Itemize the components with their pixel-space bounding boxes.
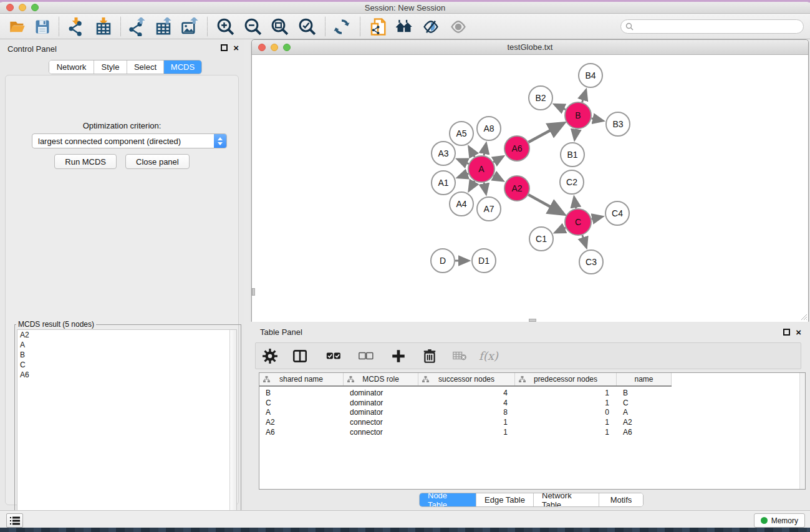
table-row[interactable]: Adominator80A (259, 407, 672, 417)
node-B2[interactable]: B2 (529, 86, 552, 110)
table-row[interactable]: Cdominator41C (259, 398, 672, 408)
import-table-icon[interactable] (92, 16, 115, 37)
table-scrollbar[interactable] (799, 373, 805, 489)
refresh-icon[interactable] (330, 16, 353, 37)
table-row[interactable]: Bdominator41B (259, 388, 672, 398)
mcds-result-item[interactable]: A2 (17, 330, 236, 340)
edge-A-A7[interactable] (484, 183, 486, 194)
network-window-titlebar[interactable]: testGlobe.txt (252, 40, 808, 55)
eye-icon[interactable] (447, 16, 470, 37)
mcds-result-list[interactable]: A2ABCA6 (17, 329, 237, 532)
tab-mcds[interactable]: MCDS (164, 60, 201, 74)
zoom-selected-icon[interactable] (296, 16, 319, 37)
tab-edge-table[interactable]: Edge Table (476, 493, 534, 506)
close-panel-button[interactable]: Close panel (125, 154, 190, 169)
node-C3[interactable]: C3 (579, 250, 603, 274)
run-mcds-button[interactable]: Run MCDS (54, 154, 117, 169)
edge-A-A1[interactable] (458, 173, 469, 177)
table-float-panel-icon[interactable] (783, 329, 790, 336)
criterion-select[interactable]: largest connected component (directed) (32, 133, 227, 148)
column-header-name[interactable]: name (617, 373, 672, 385)
edge-B-B2[interactable] (555, 105, 566, 110)
mcds-result-item[interactable]: B (17, 350, 236, 360)
node-B3[interactable]: B3 (606, 112, 630, 136)
edge-A-A3[interactable] (458, 159, 469, 163)
export-network-icon[interactable] (126, 16, 148, 37)
edge-C-C4[interactable] (591, 216, 602, 219)
task-history-button[interactable] (6, 513, 23, 528)
export-table-icon[interactable] (152, 16, 175, 37)
deselect-all-icon[interactable] (355, 347, 374, 365)
node-table[interactable]: shared nameMCDS rolesuccessor nodesprede… (259, 372, 806, 490)
mcds-result-item[interactable]: A (17, 340, 236, 350)
home-icon[interactable] (393, 16, 415, 37)
node-A4[interactable]: A4 (450, 192, 473, 216)
node-A5[interactable]: A5 (450, 122, 473, 145)
show-hide-panels-icon[interactable] (420, 16, 442, 37)
search-field[interactable] (620, 19, 804, 34)
search-input[interactable] (636, 22, 792, 31)
add-column-icon[interactable] (390, 347, 407, 365)
edge-C-C1[interactable] (556, 228, 566, 232)
table-row[interactable]: A2connector11A2 (259, 417, 672, 427)
save-session-icon[interactable] (31, 16, 54, 37)
import-network-icon[interactable] (65, 16, 87, 37)
network-canvas[interactable]: AA1A2A3A4A5A6A7A8BB1B2B3B4CC1C2C3C4DD1 (252, 56, 808, 322)
zoom-fit-icon[interactable] (269, 16, 291, 37)
node-A8[interactable]: A8 (477, 117, 501, 140)
node-A3[interactable]: A3 (432, 142, 455, 165)
edge-B-B4[interactable] (582, 90, 586, 102)
tab-node-table[interactable]: Node Table (420, 493, 476, 506)
node-D1[interactable]: D1 (472, 249, 496, 273)
node-A[interactable]: A (468, 156, 494, 182)
edge-A-A2[interactable] (493, 176, 503, 181)
tab-network-table[interactable]: Network Table (534, 493, 599, 506)
node-A2[interactable]: A2 (504, 176, 529, 201)
columns-icon[interactable] (292, 347, 308, 365)
gear-icon[interactable] (262, 347, 278, 365)
edge-C-C3[interactable] (582, 235, 586, 247)
tab-select[interactable]: Select (127, 60, 164, 74)
memory-button[interactable]: Memory (754, 513, 805, 528)
float-panel-icon[interactable] (221, 44, 228, 51)
delete-column-icon[interactable] (422, 347, 438, 365)
table-close-panel-icon[interactable]: × (796, 329, 801, 336)
node-A6[interactable]: A6 (504, 136, 529, 161)
edge-C-C2[interactable] (574, 198, 576, 209)
select-all-icon[interactable] (323, 347, 342, 365)
node-C2[interactable]: C2 (560, 170, 584, 194)
tab-style[interactable]: Style (94, 60, 127, 74)
node-D[interactable]: D (431, 249, 455, 273)
resize-grip-icon[interactable] (799, 312, 808, 321)
edge-A2-C[interactable] (528, 195, 563, 214)
table-row[interactable]: A6connector11A6 (259, 427, 672, 437)
node-A1[interactable]: A1 (432, 171, 455, 195)
node-C1[interactable]: C1 (529, 227, 553, 251)
zoom-in-icon[interactable] (215, 16, 237, 37)
export-image-icon[interactable] (179, 16, 201, 37)
zoom-out-icon[interactable] (242, 16, 264, 37)
node-A7[interactable]: A7 (477, 197, 501, 221)
mcds-result-item[interactable]: C (17, 360, 236, 370)
node-B4[interactable]: B4 (579, 64, 602, 87)
mcds-result-item[interactable]: A6 (17, 370, 236, 380)
node-B1[interactable]: B1 (561, 143, 584, 167)
network-graph[interactable]: AA1A2A3A4A5A6A7A8BB1B2B3B4CC1C2C3C4DD1 (252, 56, 808, 322)
node-C4[interactable]: C4 (605, 201, 629, 225)
edge-B-B3[interactable] (591, 118, 602, 121)
node-B[interactable]: B (565, 102, 591, 128)
mcds-list-scrollbar[interactable] (229, 330, 236, 531)
open-file-icon[interactable] (6, 16, 29, 37)
network-from-file-icon[interactable] (367, 16, 389, 37)
node-C[interactable]: C (565, 209, 591, 235)
close-panel-icon[interactable]: × (233, 44, 239, 51)
vertical-scroll-thumb[interactable] (252, 288, 255, 296)
column-header-shared-name[interactable]: shared name (259, 373, 344, 385)
column-header-predecessor-nodes[interactable]: predecessor nodes (515, 373, 617, 385)
edge-A-A8[interactable] (484, 144, 486, 156)
tab-network[interactable]: Network (49, 60, 94, 74)
edge-A-A6[interactable] (493, 157, 503, 162)
edge-A6-B[interactable] (528, 123, 563, 142)
tab-motifs[interactable]: Motifs (599, 493, 643, 506)
column-header-MCDS-role[interactable]: MCDS role (344, 373, 418, 385)
